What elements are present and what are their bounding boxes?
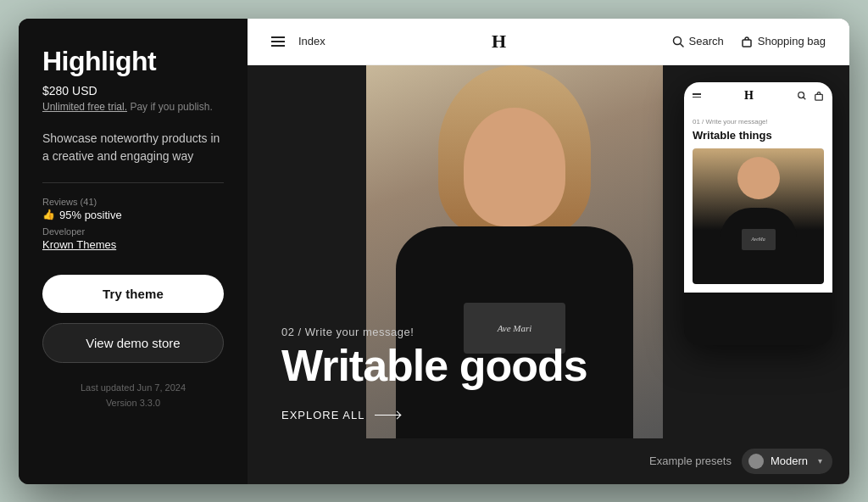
version: Version 3.3.0 [42, 395, 224, 411]
thumb-icon: 👍 [42, 209, 55, 220]
theme-title: Highlight [42, 46, 224, 77]
mobile-body: 01 / Write your message! Writable things… [684, 109, 832, 293]
mobile-hamburger-icon [693, 93, 701, 98]
search-label: Search [689, 35, 724, 47]
preset-selector[interactable]: Modern ▾ [742, 449, 832, 474]
theme-description: Showcase noteworthy products in a creati… [42, 130, 224, 165]
hamburger-line-1 [271, 36, 285, 38]
mobile-header: H [684, 82, 832, 109]
shopping-bag-button[interactable]: Shopping bag [741, 35, 826, 47]
mobile-search-icon [797, 91, 807, 101]
reviews-section: Reviews (41) 👍 95% positive [42, 197, 224, 221]
search-icon [672, 36, 684, 47]
trial-text: Unlimited free trial. [42, 101, 127, 113]
hero-subtitle: 02 / Write your message! [281, 326, 587, 338]
explore-label: EXPLORE ALL [281, 409, 364, 421]
hero-title: Writable goods [281, 343, 587, 388]
footer-info: Last updated Jun 7, 2024 Version 3.3.0 [42, 380, 224, 411]
chevron-down-icon: ▾ [818, 456, 822, 466]
svg-rect-5 [815, 94, 823, 100]
view-demo-button[interactable]: View demo store [42, 323, 224, 363]
arrow-icon [375, 415, 400, 416]
mobile-icons [797, 91, 824, 101]
store-nav-left: Index [271, 35, 326, 47]
mobile-product-title: Writable things [693, 129, 824, 142]
hamburger-line-3 [271, 45, 285, 47]
search-button[interactable]: Search [672, 35, 724, 47]
store-hero: Ave Mari 02 / Write your message! Writab… [248, 65, 849, 438]
trial-subtext: Pay if you publish. [130, 101, 212, 113]
store-header: Index H Search [248, 19, 849, 65]
svg-line-1 [680, 43, 683, 47]
reviews-score-text: 95% positive [59, 209, 122, 221]
store-header-right: Search Shopping bag [672, 35, 826, 47]
bag-icon [741, 36, 753, 47]
try-theme-button[interactable]: Try theme [42, 275, 224, 313]
store-nav-label[interactable]: Index [298, 35, 326, 47]
svg-line-4 [804, 97, 806, 99]
svg-rect-2 [743, 40, 751, 47]
preview-area: Index H Search [248, 19, 849, 484]
mobile-product-image: AveMa [693, 148, 824, 284]
last-updated: Last updated Jun 7, 2024 [42, 380, 224, 396]
developer-name[interactable]: Krown Themes [42, 238, 224, 251]
mobile-product-subtitle: 01 / Write your message! [693, 118, 824, 126]
presets-label: Example presets [649, 455, 732, 467]
divider [42, 182, 224, 183]
bag-label: Shopping bag [758, 35, 826, 47]
store-logo: H [492, 31, 505, 53]
svg-point-3 [798, 92, 804, 98]
preset-dot [748, 454, 764, 469]
mobile-bag-icon [814, 91, 824, 101]
mobile-mockup: H [684, 82, 832, 345]
main-content: Highlight $280 USD Unlimited free trial.… [19, 19, 849, 484]
mobile-nav-left [693, 93, 701, 98]
preview-frame: Index H Search [248, 19, 849, 438]
reviews-score: 👍 95% positive [42, 209, 224, 221]
developer-label: Developer [42, 226, 224, 237]
preview-bottom-bar: Example presets Modern ▾ [248, 438, 849, 484]
theme-price: $280 USD [42, 84, 224, 98]
hamburger-icon[interactable] [271, 36, 285, 47]
developer-section: Developer Krown Themes [42, 226, 224, 251]
sidebar: Highlight $280 USD Unlimited free trial.… [19, 19, 248, 484]
hamburger-line-2 [271, 41, 285, 42]
reviews-label: Reviews (41) [42, 197, 224, 207]
explore-all-link[interactable]: EXPLORE ALL [281, 409, 400, 421]
mobile-logo: H [744, 89, 754, 103]
app-frame: Highlight $280 USD Unlimited free trial.… [19, 19, 849, 484]
trial-info: Unlimited free trial. Pay if you publish… [42, 101, 224, 113]
preset-name: Modern [771, 455, 808, 467]
hero-text-block: 02 / Write your message! Writable goods [281, 326, 587, 388]
